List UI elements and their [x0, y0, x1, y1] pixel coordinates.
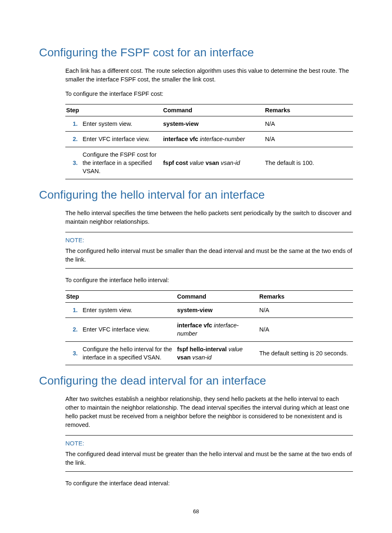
table-row: 2. Enter VFC interface view. interface v… — [65, 132, 353, 147]
section3-note: NOTE: The configured dead interval must … — [65, 435, 353, 472]
section3-body: After two switches establish a neighbor … — [65, 395, 353, 488]
table-row: 1. Enter system view. system-view N/A — [65, 116, 353, 132]
th-remarks: Remarks — [258, 290, 353, 302]
step-command: system-view — [176, 302, 258, 317]
step-number: 1. — [65, 302, 82, 317]
note-text: The configured dead interval must be gre… — [65, 450, 353, 467]
section2-note: NOTE: The configured hello interval must… — [65, 232, 353, 269]
note-text: The configured hello interval must be sm… — [65, 247, 353, 264]
th-command: Command — [176, 290, 258, 302]
step-desc: Configure the hello interval for the int… — [82, 341, 176, 365]
th-step: Step — [65, 104, 162, 116]
section2-para2: To configure the interface hello interva… — [65, 276, 353, 285]
step-desc: Enter system view. — [82, 302, 176, 317]
section2-table: Step Command Remarks 1. Enter system vie… — [65, 290, 353, 365]
step-command: system-view — [162, 116, 264, 132]
step-number: 3. — [65, 147, 82, 179]
step-desc: Enter VFC interface view. — [82, 132, 162, 147]
page-content: Configuring the FSPF cost for an interfa… — [0, 0, 392, 531]
step-number: 3. — [65, 341, 82, 365]
step-number: 1. — [65, 116, 82, 132]
step-remarks: N/A — [258, 317, 353, 341]
section1-table: Step Command Remarks 1. Enter system vie… — [65, 104, 353, 179]
section1-body: Each link has a different cost. The rout… — [65, 67, 353, 179]
step-remarks: N/A — [264, 116, 353, 132]
step-command: fspf cost value vsan vsan-id — [162, 147, 264, 179]
note-label: NOTE: — [65, 236, 353, 243]
table-header-row: Step Command Remarks — [65, 104, 353, 116]
section2-title: Configuring the hello interval for an in… — [39, 188, 353, 202]
step-desc: Enter VFC interface view. — [82, 317, 176, 341]
table-row: 1. Enter system view. system-view N/A — [65, 302, 353, 317]
section2-body: The hello interval specifies the time be… — [65, 209, 353, 366]
th-step: Step — [65, 290, 176, 302]
section1-para2: To configure the interface FSPF cost: — [65, 90, 353, 98]
step-command: interface vfc interface-number — [162, 132, 264, 147]
section2-para1: The hello interval specifies the time be… — [65, 209, 353, 226]
table-header-row: Step Command Remarks — [65, 290, 353, 302]
table-row: 3. Configure the FSPF cost for the inter… — [65, 147, 353, 179]
step-number: 2. — [65, 317, 82, 341]
table-row: 2. Enter VFC interface view. interface v… — [65, 317, 353, 341]
section1-para1: Each link has a different cost. The rout… — [65, 67, 353, 84]
section1-title: Configuring the FSPF cost for an interfa… — [39, 46, 353, 59]
section3-title: Configuring the dead interval for an int… — [39, 374, 353, 387]
section3-para1: After two switches establish a neighbor … — [65, 395, 353, 429]
step-remarks: N/A — [258, 302, 353, 317]
note-label: NOTE: — [65, 440, 353, 447]
step-command: interface vfc interface-number — [176, 317, 258, 341]
step-desc: Configure the FSPF cost for the interfac… — [82, 147, 162, 179]
th-command: Command — [162, 104, 264, 116]
step-remarks: The default is 100. — [264, 147, 353, 179]
step-command: fspf hello-interval value vsan vsan-id — [176, 341, 258, 365]
th-remarks: Remarks — [264, 104, 353, 116]
step-remarks: N/A — [264, 132, 353, 147]
step-remarks: The default setting is 20 seconds. — [258, 341, 353, 365]
step-number: 2. — [65, 132, 82, 147]
page-number: 68 — [39, 508, 353, 514]
step-desc: Enter system view. — [82, 116, 162, 132]
table-row: 3. Configure the hello interval for the … — [65, 341, 353, 365]
section3-para2: To configure the interface dead interval… — [65, 479, 353, 488]
